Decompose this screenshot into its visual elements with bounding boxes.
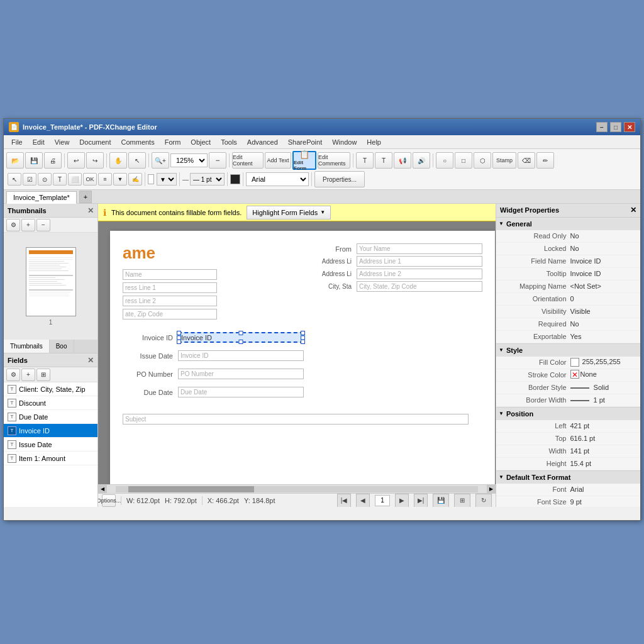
- tab-bookmarks[interactable]: Boo: [50, 340, 74, 353]
- new-tab-button[interactable]: +: [79, 191, 92, 203]
- po-number-field[interactable]: PO Number: [178, 369, 304, 379]
- resize-handle-br[interactable]: [301, 340, 305, 344]
- menu-object[interactable]: Object: [186, 137, 216, 147]
- resize-handle-mr[interactable]: [301, 335, 305, 340]
- menu-document[interactable]: Document: [74, 137, 116, 147]
- page-thumbnail[interactable]: [26, 247, 76, 316]
- highlight-fields-button[interactable]: Highlight Form Fields ▼: [247, 206, 331, 219]
- menu-window[interactable]: Window: [327, 137, 362, 147]
- field-client-city[interactable]: T Client: City, State, Zip: [4, 382, 97, 396]
- scroll-thumb[interactable]: [128, 486, 254, 492]
- select-tool[interactable]: ↖: [128, 152, 146, 169]
- text-btn[interactable]: T: [375, 152, 392, 169]
- left-city-field[interactable]: ate, Zip Code: [123, 309, 217, 319]
- sound-btn[interactable]: 🔊: [413, 152, 430, 169]
- general-section-header[interactable]: ▼ General: [496, 218, 640, 230]
- subject-field[interactable]: Subject: [123, 414, 469, 425]
- menu-tools[interactable]: Tools: [216, 137, 242, 147]
- fill-color-swatch[interactable]: [230, 174, 240, 184]
- color-select[interactable]: ▼: [157, 173, 177, 186]
- thumb-zoom-in[interactable]: +: [21, 219, 35, 231]
- fields-add[interactable]: +: [21, 369, 35, 381]
- thumb-settings[interactable]: ⚙: [6, 219, 20, 231]
- resize-handle-tr[interactable]: [301, 331, 305, 335]
- menu-sharepoint[interactable]: SharePoint: [283, 137, 327, 147]
- left-addr2-field[interactable]: ress Line 2: [123, 296, 217, 306]
- ok-btn[interactable]: OK: [83, 173, 97, 186]
- left-addr1-field[interactable]: ress Line 1: [123, 282, 217, 293]
- close-button[interactable]: ✕: [624, 122, 635, 132]
- horizontal-scrollbar[interactable]: ◀ ▶: [98, 484, 496, 493]
- your-name-field[interactable]: Your Name: [357, 243, 482, 254]
- resize-handle-tl[interactable]: [177, 331, 181, 335]
- issue-date-field[interactable]: Invoice ID: [178, 350, 304, 361]
- fields-close[interactable]: ✕: [87, 356, 94, 365]
- due-date-field[interactable]: Due Date: [178, 387, 304, 397]
- font-select[interactable]: Arial: [246, 172, 309, 186]
- default-text-section-header[interactable]: ▼ Default Text Format: [496, 471, 640, 484]
- tab-thumbnails[interactable]: Thumbnails: [4, 340, 50, 353]
- menu-view[interactable]: View: [50, 137, 75, 147]
- edit-form-btn[interactable]: 📋 Edit Form: [292, 151, 316, 170]
- color-picker-white[interactable]: [148, 174, 154, 184]
- stroke-weight-select[interactable]: — 1 pt: [190, 173, 225, 186]
- position-section-header[interactable]: ▼ Position: [496, 408, 640, 420]
- menu-advanced[interactable]: Advanced: [242, 137, 283, 147]
- thumb-zoom-out[interactable]: −: [36, 219, 50, 231]
- field-discount[interactable]: T Discount: [4, 396, 97, 410]
- city-field[interactable]: City, State, Zip Code: [357, 281, 482, 292]
- nav-last[interactable]: ▶|: [414, 494, 428, 508]
- view-btn[interactable]: ⊞: [454, 494, 470, 508]
- menu-help[interactable]: Help: [362, 137, 386, 147]
- zoom-select[interactable]: 125% 100% 150%: [170, 153, 208, 167]
- maximize-button[interactable]: □: [610, 122, 621, 132]
- field-item-amount[interactable]: T Item 1: Amount: [4, 452, 97, 465]
- page-input[interactable]: [375, 495, 390, 506]
- menu-comments[interactable]: Comments: [116, 137, 160, 147]
- resize-handle-bl[interactable]: [177, 340, 181, 344]
- stamp-btn[interactable]: Stamp: [492, 152, 516, 169]
- eraser-btn[interactable]: ⌫: [518, 152, 535, 169]
- minimize-button[interactable]: −: [596, 122, 608, 132]
- invoice-id-field[interactable]: Invoice ID: [178, 332, 304, 343]
- callout-btn[interactable]: 📢: [394, 152, 411, 169]
- menu-file[interactable]: File: [6, 137, 28, 147]
- addr1-field[interactable]: Address Line 1: [357, 256, 482, 267]
- addr2-field[interactable]: Address Line 2: [357, 269, 482, 279]
- undo-button[interactable]: ↩: [67, 152, 85, 169]
- save-state-btn[interactable]: 💾: [433, 494, 449, 508]
- select-tool2[interactable]: ↖: [8, 173, 21, 186]
- nav-prev[interactable]: ◀: [356, 494, 370, 508]
- save-button[interactable]: 💾: [25, 152, 43, 169]
- widget-properties-close[interactable]: ✕: [630, 206, 636, 214]
- text-field-btn[interactable]: T: [53, 173, 67, 186]
- field-invoice-id[interactable]: T Invoice ID: [4, 424, 97, 438]
- scroll-track[interactable]: [116, 486, 478, 492]
- edit-content-btn[interactable]: Edit Content: [232, 152, 264, 169]
- fields-settings[interactable]: ⚙: [6, 369, 20, 381]
- rotate-btn[interactable]: ↻: [475, 494, 492, 508]
- field-issue-date[interactable]: T Issue Date: [4, 438, 97, 452]
- main-tab[interactable]: Invoice_Template*: [6, 191, 77, 204]
- highlight-btn[interactable]: ✏: [536, 152, 554, 169]
- scroll-right-arrow[interactable]: ▶: [487, 485, 496, 494]
- resize-handle-ml[interactable]: [177, 335, 181, 340]
- thumbnails-close[interactable]: ✕: [87, 206, 94, 215]
- typewriter-btn[interactable]: T: [356, 152, 374, 169]
- nav-first[interactable]: |◀: [337, 494, 351, 508]
- sign-btn[interactable]: ✍: [128, 173, 142, 186]
- button-btn[interactable]: ⬜: [68, 173, 82, 186]
- fields-options[interactable]: ⊞: [36, 369, 50, 381]
- menu-edit[interactable]: Edit: [28, 137, 50, 147]
- print-button[interactable]: 🖨: [44, 152, 62, 169]
- zoom-in-btn[interactable]: 🔍+: [152, 152, 169, 169]
- hand-tool[interactable]: ✋: [109, 152, 127, 169]
- fill-color-swatch[interactable]: [570, 358, 579, 367]
- radio-btn[interactable]: ⊙: [38, 173, 52, 186]
- nav-next[interactable]: ▶: [395, 494, 409, 508]
- options-btn[interactable]: Options...: [102, 494, 116, 507]
- properties-btn[interactable]: Properties...: [314, 171, 365, 187]
- field-due-date[interactable]: T Due Date: [4, 410, 97, 424]
- left-name-field[interactable]: Name: [123, 269, 217, 280]
- stroke-swatch[interactable]: ✕: [570, 370, 579, 379]
